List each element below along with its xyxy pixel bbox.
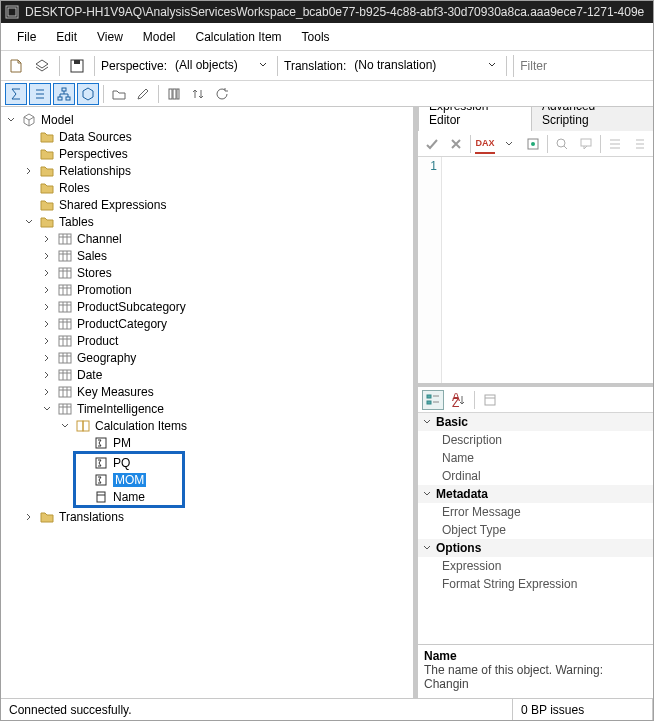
tree-node-table[interactable]: Key Measures bbox=[41, 383, 413, 400]
cancel-icon[interactable] bbox=[446, 134, 466, 154]
tree-node-tables[interactable]: Tables bbox=[23, 213, 413, 230]
expand-icon[interactable] bbox=[41, 250, 53, 262]
menu-view[interactable]: View bbox=[89, 26, 131, 48]
menu-file[interactable]: File bbox=[9, 26, 44, 48]
prop-category-metadata[interactable]: Metadata bbox=[418, 485, 653, 503]
expression-editor[interactable]: 1 bbox=[418, 157, 653, 387]
svg-rect-7 bbox=[169, 89, 172, 99]
refresh-icon[interactable] bbox=[211, 83, 233, 105]
alphabetical-icon[interactable]: AZ bbox=[448, 390, 470, 410]
prop-row-error-message[interactable]: Error Message bbox=[418, 503, 653, 521]
tree-node-column[interactable]: Name bbox=[77, 488, 182, 505]
svg-rect-31 bbox=[427, 395, 431, 398]
tree-node-shared-expressions[interactable]: Shared Expressions bbox=[23, 196, 413, 213]
expand-icon[interactable] bbox=[41, 233, 53, 245]
cube-icon[interactable] bbox=[77, 83, 99, 105]
columns-icon[interactable] bbox=[163, 83, 185, 105]
perspective-combo[interactable]: Perspective: (All objects) bbox=[101, 56, 271, 75]
tree-node-table[interactable]: Date bbox=[41, 366, 413, 383]
model-explorer[interactable]: Model Data Sources Perspectives Relation… bbox=[1, 107, 417, 698]
svg-rect-4 bbox=[62, 88, 66, 91]
chevron-down-icon bbox=[259, 61, 267, 69]
status-bp-issues: 0 BP issues bbox=[513, 699, 653, 720]
menu-tools[interactable]: Tools bbox=[294, 26, 338, 48]
collapse-icon[interactable] bbox=[422, 417, 432, 427]
tree-node-table[interactable]: Stores bbox=[41, 264, 413, 281]
prop-row-expression[interactable]: Expression bbox=[418, 557, 653, 575]
collapse-icon[interactable] bbox=[23, 216, 35, 228]
property-pages-icon[interactable] bbox=[479, 390, 501, 410]
expand-icon[interactable] bbox=[23, 511, 35, 523]
tree-node-translations[interactable]: Translations bbox=[23, 508, 413, 525]
expand-icon[interactable] bbox=[41, 335, 53, 347]
collapse-icon[interactable] bbox=[422, 543, 432, 553]
dax-mode-label[interactable]: DAX bbox=[475, 134, 495, 154]
prop-row-description[interactable]: Description bbox=[418, 431, 653, 449]
translation-combo[interactable]: Translation: (No translation) bbox=[284, 56, 500, 75]
tree-node-table[interactable]: Geography bbox=[41, 349, 413, 366]
edit-icon[interactable] bbox=[132, 83, 154, 105]
expand-icon[interactable] bbox=[41, 284, 53, 296]
property-grid[interactable]: Basic Description Name Ordinal Metadata … bbox=[418, 413, 653, 644]
tree-node-calc-item[interactable]: PM bbox=[77, 434, 413, 451]
menu-model[interactable]: Model bbox=[135, 26, 184, 48]
save-icon[interactable] bbox=[66, 55, 88, 77]
collapse-icon[interactable] bbox=[59, 420, 71, 432]
tree-node-relationships[interactable]: Relationships bbox=[23, 162, 413, 179]
tree-node-calc-item-selected[interactable]: MOM bbox=[77, 471, 182, 488]
filter-input[interactable]: Filter bbox=[513, 55, 649, 77]
collapse-icon[interactable] bbox=[5, 114, 17, 126]
tree-node-table[interactable]: TimeIntelligence bbox=[41, 400, 413, 417]
property-icon[interactable] bbox=[523, 134, 543, 154]
tree-node-calc-item[interactable]: PQ bbox=[77, 454, 182, 471]
expand-icon[interactable] bbox=[41, 352, 53, 364]
prop-row-name[interactable]: Name bbox=[418, 449, 653, 467]
tree-node-model[interactable]: Model bbox=[5, 111, 413, 128]
collapse-icon[interactable] bbox=[422, 489, 432, 499]
tree-node-perspectives[interactable]: Perspectives bbox=[23, 145, 413, 162]
hierarchy-icon[interactable] bbox=[53, 83, 75, 105]
deploy-icon[interactable] bbox=[31, 55, 53, 77]
indent-icon[interactable] bbox=[605, 134, 625, 154]
sort-icon[interactable] bbox=[187, 83, 209, 105]
categorized-icon[interactable] bbox=[422, 390, 444, 410]
tree-node-calc-items[interactable]: Calculation Items bbox=[59, 417, 413, 434]
prop-row-ordinal[interactable]: Ordinal bbox=[418, 467, 653, 485]
new-file-icon[interactable] bbox=[5, 55, 27, 77]
tree-node-table[interactable]: ProductSubcategory bbox=[41, 298, 413, 315]
folder-view-icon[interactable] bbox=[108, 83, 130, 105]
tree-node-roles[interactable]: Roles bbox=[23, 179, 413, 196]
tree-node-table[interactable]: Promotion bbox=[41, 281, 413, 298]
collapse-icon[interactable] bbox=[41, 403, 53, 415]
expand-icon[interactable] bbox=[41, 369, 53, 381]
expand-icon[interactable] bbox=[41, 318, 53, 330]
accept-icon[interactable] bbox=[422, 134, 442, 154]
menu-edit[interactable]: Edit bbox=[48, 26, 85, 48]
comment-icon[interactable] bbox=[576, 134, 596, 154]
search-icon[interactable] bbox=[552, 134, 572, 154]
prop-category-options[interactable]: Options bbox=[418, 539, 653, 557]
tree-label: Relationships bbox=[59, 164, 131, 178]
expand-icon[interactable] bbox=[41, 386, 53, 398]
tree-node-table[interactable]: Product bbox=[41, 332, 413, 349]
prop-row-object-type[interactable]: Object Type bbox=[418, 521, 653, 539]
tab-expression-editor[interactable]: Expression Editor bbox=[418, 107, 532, 131]
list-icon[interactable] bbox=[29, 83, 51, 105]
expand-icon[interactable] bbox=[41, 267, 53, 279]
expand-icon[interactable] bbox=[41, 301, 53, 313]
table-icon bbox=[57, 334, 73, 348]
chevron-down-icon[interactable] bbox=[499, 134, 519, 154]
tree-node-table[interactable]: ProductCategory bbox=[41, 315, 413, 332]
expand-icon[interactable] bbox=[23, 165, 35, 177]
editor-code[interactable] bbox=[442, 157, 653, 383]
uncomment-icon[interactable] bbox=[629, 134, 649, 154]
tree-node-table[interactable]: Channel bbox=[41, 230, 413, 247]
svg-rect-1 bbox=[8, 8, 16, 16]
menu-calculation-item[interactable]: Calculation Item bbox=[188, 26, 290, 48]
sigma-icon[interactable] bbox=[5, 83, 27, 105]
tree-node-table[interactable]: Sales bbox=[41, 247, 413, 264]
tree-node-data-sources[interactable]: Data Sources bbox=[23, 128, 413, 145]
tab-advanced-scripting[interactable]: Advanced Scripting bbox=[531, 107, 653, 131]
prop-row-format-string-expression[interactable]: Format String Expression bbox=[418, 575, 653, 593]
prop-category-basic[interactable]: Basic bbox=[418, 413, 653, 431]
